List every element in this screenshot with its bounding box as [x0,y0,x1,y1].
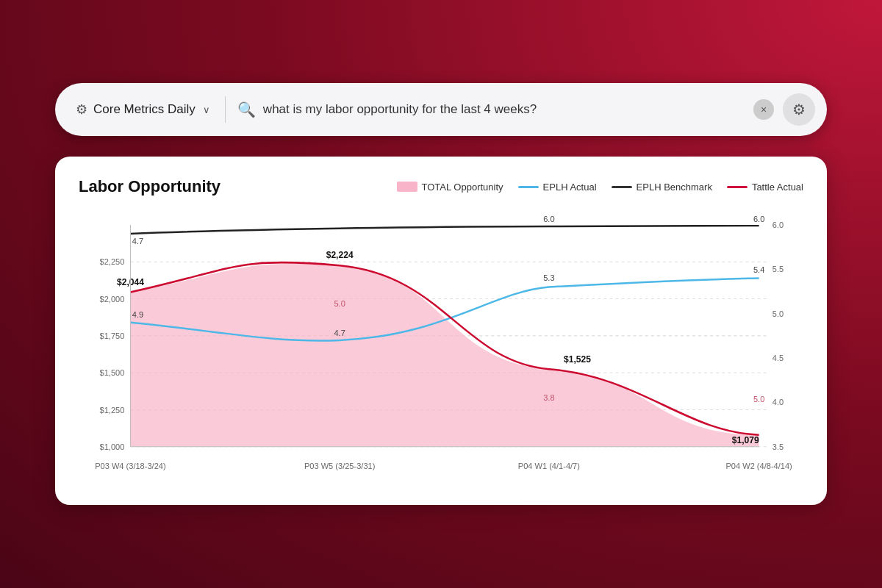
label-tattle-w1: $1,525 [564,354,591,365]
label-bench-w1: 6.0 [543,215,554,223]
svg-text:5.5: 5.5 [772,265,784,273]
label-total-opp-w5: 5.0 [334,299,345,308]
svg-text:$1,250: $1,250 [100,406,125,415]
svg-text:5.0: 5.0 [772,309,784,318]
svg-text:$2,250: $2,250 [100,257,125,266]
clear-button[interactable]: × [753,99,774,120]
datasource-selector[interactable]: ⚙ Core Metrics Daily ∨ [67,101,219,118]
svg-text:$2,000: $2,000 [100,295,125,304]
label-eplh-w5: 4.7 [334,329,345,337]
label-bench-w4: 4.7 [132,237,143,245]
chart-card: Labor Opportunity TOTAL Opportunity EPLH… [55,157,827,505]
svg-text:P03 W5 (3/25-3/31): P03 W5 (3/25-3/31) [304,462,375,470]
svg-text:4.5: 4.5 [772,354,784,362]
label-eplh-w4: 4.9 [132,310,143,319]
legend-swatch-eplh-actual [518,186,539,188]
legend-total-opportunity: TOTAL Opportunity [397,182,503,193]
legend-label-eplh-bench: EPLH Benchmark [637,182,712,193]
svg-text:P04 W1 (4/1-4/7): P04 W1 (4/1-4/7) [518,462,580,470]
svg-text:$1,750: $1,750 [100,331,125,340]
legend-swatch-eplh-bench [612,186,632,188]
chart-area: $1,000 $1,250 $1,500 $1,750 $2,000 $2,25… [79,211,803,490]
svg-text:6.0: 6.0 [772,220,784,229]
chart-header: Labor Opportunity TOTAL Opportunity EPLH… [79,177,803,196]
legend-label-tattle: Tattle Actual [752,182,803,193]
search-main: 🔍 × [232,99,780,120]
legend-eplh-benchmark: EPLH Benchmark [612,182,712,193]
eplh-benchmark-line [130,226,759,234]
datasource-icon: ⚙ [76,101,87,118]
legend-eplh-actual: EPLH Actual [518,182,597,193]
svg-text:$1,500: $1,500 [100,368,125,377]
svg-text:P03 W4 (3/18-3/24): P03 W4 (3/18-3/24) [95,462,165,470]
svg-text:4.0: 4.0 [772,398,784,406]
label-tattle-w2: $1,079 [732,435,759,445]
search-bar: ⚙ Core Metrics Daily ∨ 🔍 × ⚙ [55,83,827,136]
legend-label-total: TOTAL Opportunity [422,182,503,193]
total-opportunity-area [130,264,759,447]
label-bench-w2: 6.0 [753,215,764,223]
chart-title: Labor Opportunity [79,177,220,196]
chevron-down-icon: ∨ [203,104,210,115]
label-tattle-w5: $2,224 [326,250,354,260]
svg-text:$1,000: $1,000 [100,442,125,451]
legend-tattle-actual: Tattle Actual [727,182,803,193]
search-divider [225,96,226,123]
search-icon: 🔍 [237,101,256,118]
send-icon: ⚙ [792,101,806,118]
label-total-opp-w1: 3.8 [543,393,554,402]
legend-swatch-total [397,182,417,192]
datasource-label: Core Metrics Daily [93,102,196,117]
svg-text:P04 W2 (4/8-4/14): P04 W2 (4/8-4/14) [725,462,792,470]
clear-icon: × [761,104,767,115]
legend-swatch-tattle [727,186,747,188]
label-eplh-w2: 5.4 [753,265,764,274]
label-total-opp-w2: 5.0 [753,395,764,404]
chart-legend: TOTAL Opportunity EPLH Actual EPLH Bench… [397,182,803,193]
chart-svg: $1,000 $1,250 $1,500 $1,750 $2,000 $2,25… [79,211,803,490]
search-input[interactable] [263,102,746,117]
legend-label-eplh-actual: EPLH Actual [543,182,597,193]
send-button[interactable]: ⚙ [783,93,815,126]
label-eplh-w1: 5.3 [543,273,554,282]
svg-text:3.5: 3.5 [772,442,784,451]
